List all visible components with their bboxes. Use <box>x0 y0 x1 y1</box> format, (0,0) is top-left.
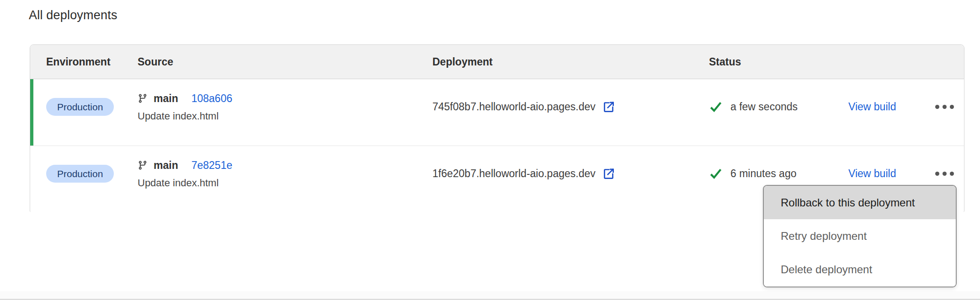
commit-message: Update index.html <box>138 177 232 189</box>
commit-link[interactable]: 108a606 <box>192 92 233 105</box>
git-branch-icon <box>138 93 148 103</box>
column-header-status: Status <box>709 45 741 79</box>
source-cell: main 108a606 Update index.html <box>138 90 232 122</box>
page-title: All deployments <box>29 8 117 22</box>
git-branch-icon <box>138 160 148 170</box>
deployments-page: All deployments Environment Source Deplo… <box>0 0 980 303</box>
commit-link[interactable]: 7e8251e <box>192 159 233 172</box>
branch-name: main <box>154 92 178 105</box>
footer-band <box>0 291 980 299</box>
status-time: 6 minutes ago <box>730 168 796 180</box>
status-cell: a few seconds <box>709 79 798 134</box>
external-link-icon[interactable] <box>602 101 615 113</box>
column-header-deployment: Deployment <box>432 45 493 79</box>
row-overflow-menu-button[interactable] <box>925 79 964 134</box>
table-row: Production main 108a606 Update index.htm… <box>30 79 964 146</box>
status-time: a few seconds <box>730 101 798 113</box>
menu-item-retry[interactable]: Retry deployment <box>764 219 956 253</box>
column-header-environment: Environment <box>46 45 111 79</box>
ellipsis-icon <box>935 105 954 109</box>
deployment-cell: 745f08b7.helloworld-aio.pages.dev <box>432 79 615 134</box>
menu-item-rollback[interactable]: Rollback to this deployment <box>764 186 956 219</box>
active-deployment-indicator <box>30 79 33 146</box>
view-build-cell: View build <box>848 79 896 134</box>
source-cell: main 7e8251e Update index.html <box>138 157 232 189</box>
environment-cell: Production <box>46 79 114 134</box>
check-icon <box>709 167 723 180</box>
deployment-context-menu: Rollback to this deployment Retry deploy… <box>763 185 957 287</box>
column-header-source: Source <box>138 45 173 79</box>
branch-name: main <box>154 159 178 172</box>
environment-cell: Production <box>46 146 114 201</box>
view-build-link[interactable]: View build <box>848 168 896 180</box>
deployment-cell: 1f6e20b7.helloworld-aio.pages.dev <box>432 146 615 201</box>
external-link-icon[interactable] <box>602 168 615 180</box>
commit-message: Update index.html <box>138 110 232 122</box>
menu-item-delete[interactable]: Delete deployment <box>764 253 956 287</box>
environment-badge: Production <box>46 98 114 116</box>
environment-badge: Production <box>46 165 114 183</box>
view-build-link[interactable]: View build <box>848 101 896 113</box>
footer-divider <box>0 299 980 300</box>
deployment-url: 745f08b7.helloworld-aio.pages.dev <box>432 101 596 113</box>
ellipsis-icon <box>935 172 954 176</box>
table-header-row: Environment Source Deployment Status <box>30 45 964 79</box>
check-icon <box>709 100 723 114</box>
deployment-url: 1f6e20b7.helloworld-aio.pages.dev <box>432 168 596 180</box>
